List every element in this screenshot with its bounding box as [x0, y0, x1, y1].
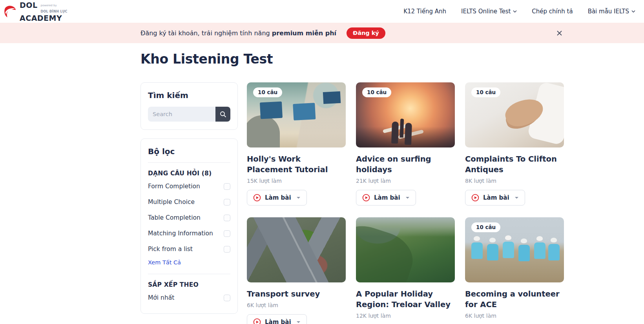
filter-option-row: Table Completion: [148, 210, 230, 226]
brand-name-line2: ACADEMY: [20, 15, 68, 21]
card-image[interactable]: 10 câu: [465, 82, 564, 147]
filter-checkbox[interactable]: [224, 183, 230, 190]
filter-checkbox[interactable]: [224, 230, 230, 237]
main-nav: K12 Tiếng Anh IELTS Online Test Chép chí…: [403, 8, 635, 15]
promo-banner: Đăng ký tài khoản, trải nghiệm tính năng…: [0, 23, 644, 43]
nav-item[interactable]: Chép chính tả: [532, 8, 573, 15]
search-button[interactable]: [215, 107, 230, 122]
card-image[interactable]: [247, 217, 346, 282]
start-test-button[interactable]: Làm bài: [247, 314, 307, 324]
filter-panel-title: Bộ lọc: [148, 147, 230, 156]
filter-panel: Bộ lọc DẠNG CÂU HỎI (8) Form Completion …: [140, 138, 238, 314]
question-count-badge: 10 câu: [362, 87, 391, 97]
divider: [148, 274, 230, 274]
play-icon: [253, 194, 261, 202]
close-icon: [556, 30, 562, 36]
brand-name-line1: DOL: [20, 2, 38, 8]
brand-logo[interactable]: DOL powered by DOL ĐÌNH LỤC ACADEMY: [4, 2, 68, 21]
search-panel: Tìm kiếm: [140, 82, 238, 130]
banner-close-button[interactable]: [554, 28, 564, 38]
card-attempts-count: 21K lượt làm: [356, 178, 455, 184]
listening-test-card: 10 câu Holly's Work Placement Tutorial 1…: [247, 82, 346, 206]
question-count-badge: 10 câu: [253, 87, 282, 97]
question-type-options: Form Completion Multiple Choice Table Co…: [148, 178, 230, 257]
main-content: Kho Listening Test Tìm kiếm Bộ lọc: [140, 51, 564, 324]
listening-test-card: 10 câu Complaints To Clifton Antiques 8K…: [465, 82, 564, 206]
filter-checkbox[interactable]: [224, 295, 230, 301]
card-title[interactable]: Advice on surfing holidays: [356, 154, 455, 175]
listening-test-card: 10 câu Becoming a volunteer for ACE 6K l…: [465, 217, 564, 324]
card-image[interactable]: 10 câu: [465, 217, 564, 282]
site-header: DOL powered by DOL ĐÌNH LỤC ACADEMY K12 …: [0, 0, 644, 23]
filter-option-row: Matching Information: [148, 226, 230, 241]
card-attempts-count: 8K lượt làm: [465, 178, 564, 184]
page-title: Kho Listening Test: [140, 51, 564, 67]
filter-option-row: Mới nhất: [148, 290, 230, 306]
question-count-badge: 10 câu: [471, 222, 500, 232]
promo-highlight: premium miễn phí: [272, 29, 336, 37]
start-test-button[interactable]: Làm bài: [356, 190, 416, 206]
view-all-link[interactable]: Xem Tất Cả: [148, 259, 181, 266]
card-image[interactable]: 10 câu: [356, 82, 455, 147]
filters-sidebar: Tìm kiếm Bộ lọc DẠNG CÂU HỎI (8) Form: [140, 82, 238, 314]
dol-logo-icon: [4, 5, 16, 18]
filter-checkbox[interactable]: [224, 199, 230, 206]
filter-option-label: Matching Information: [148, 230, 213, 237]
filter-checkbox[interactable]: [224, 246, 230, 253]
nav-item[interactable]: IELTS Online Test: [461, 8, 517, 15]
play-icon: [471, 194, 479, 202]
card-title[interactable]: Complaints To Clifton Antiques: [465, 154, 564, 175]
card-image[interactable]: 10 câu: [247, 82, 346, 147]
question-count-badge: 10 câu: [471, 87, 500, 97]
sort-options: Mới nhất: [148, 290, 230, 306]
filter-option-label: Form Completion: [148, 183, 200, 190]
start-test-button[interactable]: Làm bài: [465, 190, 525, 206]
sort-group-label: SẮP XẾP THEO: [148, 281, 230, 288]
chevron-down-icon: [296, 321, 301, 324]
filter-option-label: Multiple Choice: [148, 198, 195, 206]
card-title[interactable]: Transport survey: [247, 289, 346, 299]
question-type-group-label: DẠNG CÂU HỎI (8): [148, 170, 230, 177]
chevron-down-icon: [296, 197, 301, 199]
card-image[interactable]: [356, 217, 455, 282]
play-icon: [253, 318, 261, 324]
divider: [148, 162, 230, 163]
filter-option-row: Pick from a list: [148, 241, 230, 257]
card-attempts-count: 12K lượt làm: [356, 313, 455, 319]
nav-item[interactable]: Bài mẫu IELTS: [588, 8, 635, 15]
test-cards-grid: 10 câu Holly's Work Placement Tutorial 1…: [247, 82, 564, 324]
listening-test-card: 10 câu Advice on surfing holidays 21K lư…: [356, 82, 455, 206]
search-panel-title: Tìm kiếm: [148, 91, 230, 100]
play-icon: [362, 194, 370, 202]
card-title[interactable]: A Popular Holiday Region: Treloar Valley: [356, 289, 455, 310]
chevron-down-icon: [513, 10, 517, 13]
nav-item[interactable]: K12 Tiếng Anh: [403, 8, 446, 15]
search-icon: [220, 111, 226, 118]
card-title[interactable]: Holly's Work Placement Tutorial: [247, 154, 346, 175]
chevron-down-icon: [514, 197, 519, 199]
start-test-button[interactable]: Làm bài: [247, 190, 307, 206]
card-title[interactable]: Becoming a volunteer for ACE: [465, 289, 564, 310]
search-input[interactable]: [148, 107, 215, 122]
promo-message: Đăng ký tài khoản, trải nghiệm tính năng…: [140, 29, 336, 37]
filter-option-label: Pick from a list: [148, 246, 193, 253]
register-button[interactable]: Đăng ký: [347, 27, 385, 39]
filter-option-label: Mới nhất: [148, 294, 174, 301]
card-attempts-count: 15K lượt làm: [247, 178, 346, 184]
chevron-down-icon: [631, 10, 635, 13]
listening-test-card: A Popular Holiday Region: Treloar Valley…: [356, 217, 455, 324]
card-attempts-count: 6K lượt làm: [247, 302, 346, 308]
filter-option-row: Form Completion: [148, 178, 230, 194]
listening-test-card: Transport survey 6K lượt làm Làm bài: [247, 217, 346, 324]
filter-checkbox[interactable]: [224, 215, 230, 221]
powered-by-label: powered by: [41, 2, 68, 9]
chevron-down-icon: [405, 197, 410, 199]
filter-option-label: Table Completion: [148, 214, 201, 221]
card-attempts-count: 6K lượt làm: [465, 313, 564, 319]
filter-option-row: Multiple Choice: [148, 194, 230, 210]
